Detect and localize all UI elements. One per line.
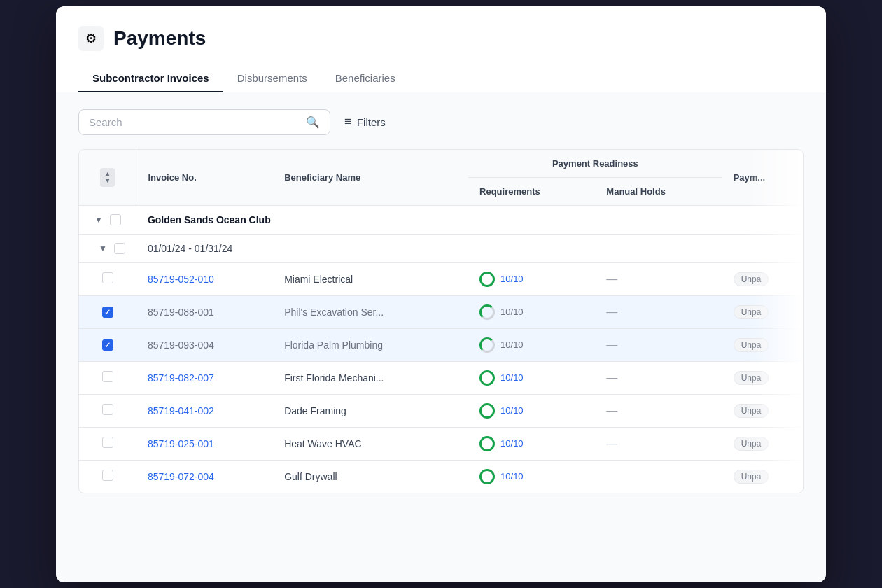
- status-badge-2: Unpa: [734, 305, 769, 319]
- readiness-1: 10/10: [479, 272, 584, 287]
- invoice-table: ▲ ▼ Invoice No. Beneficiary Name Payment…: [78, 149, 804, 493]
- col-beneficiary-name: Beneficiary Name: [273, 150, 468, 206]
- status-circle-2: [479, 304, 495, 320]
- gear-icon: ⚙: [78, 26, 104, 51]
- fraction-link-4[interactable]: 10/10: [500, 372, 524, 383]
- row-checkbox-1[interactable]: [102, 272, 113, 284]
- fraction-link-3[interactable]: 10/10: [500, 340, 524, 350]
- status-badge-5: Unpa: [734, 404, 769, 418]
- filter-icon: ≡: [344, 115, 351, 129]
- tab-beneficiaries[interactable]: Beneficiaries: [321, 65, 410, 92]
- invoice-link-2[interactable]: 85719-088-001: [148, 307, 214, 318]
- toolbar: 🔍 ≡ Filters: [78, 109, 804, 135]
- col-payment-status: Paym...: [722, 150, 803, 206]
- beneficiary-2: Phil's Excavation Ser...: [273, 295, 468, 328]
- row-checkbox-5[interactable]: [102, 404, 113, 415]
- invoice-link-3[interactable]: 85719-093-004: [148, 340, 214, 351]
- status-circle-7: [479, 469, 495, 484]
- col-manual-holds: Manual Holds: [595, 177, 722, 205]
- search-icon: 🔍: [306, 115, 320, 129]
- status-circle-4: [479, 370, 495, 386]
- status-circle-6: [479, 436, 495, 451]
- filters-button[interactable]: ≡ Filters: [342, 109, 388, 134]
- invoice-link-7[interactable]: 85719-072-004: [148, 471, 214, 482]
- invoice-link-1[interactable]: 85719-052-010: [148, 274, 214, 285]
- table-row-5: 85719-041-002 Dade Framing 10/10 — Unpa: [79, 394, 803, 427]
- beneficiary-3: Florida Palm Plumbing: [273, 328, 468, 361]
- manual-holds-1: —: [606, 273, 617, 285]
- table-row-6: 85719-025-001 Heat Wave HVAC 10/10 — Unp…: [79, 427, 803, 460]
- status-badge-3: Unpa: [734, 338, 769, 352]
- manual-holds-5: —: [606, 405, 617, 416]
- readiness-7: 10/10: [479, 469, 584, 484]
- col-requirements: Requirements: [468, 177, 595, 205]
- table: ▲ ▼ Invoice No. Beneficiary Name Payment…: [79, 150, 803, 493]
- sort-arrows[interactable]: ▲ ▼: [100, 168, 115, 187]
- main-content: 🔍 ≡ Filters ▲ ▼: [56, 92, 826, 582]
- header-top: ⚙ Payments: [78, 26, 804, 51]
- manual-holds-3: —: [606, 339, 617, 351]
- chevron-down-icon[interactable]: ▼: [94, 215, 103, 225]
- col-payment-readiness-group: Payment Readiness: [468, 150, 722, 178]
- status-circle-3: [479, 337, 495, 353]
- manual-holds-2: —: [606, 306, 617, 318]
- status-circle-5: [479, 403, 495, 419]
- chevron-down-icon-sub[interactable]: ▼: [99, 244, 107, 253]
- fraction-link-2[interactable]: 10/10: [500, 307, 524, 317]
- fraction-link-5[interactable]: 10/10: [500, 405, 524, 416]
- status-badge-7: Unpa: [734, 470, 769, 484]
- sub-group-date: 01/01/24 - 01/31/24: [136, 234, 803, 262]
- table-row: 85719-052-010 Miami Electrical 10/10 — U…: [79, 262, 803, 295]
- manual-holds-4: —: [606, 372, 617, 384]
- status-circle-1: [479, 272, 495, 287]
- readiness-6: 10/10: [479, 436, 584, 451]
- fraction-link-1[interactable]: 10/10: [500, 274, 524, 284]
- page-title: Payments: [113, 27, 206, 50]
- table-header-row-1: ▲ ▼ Invoice No. Beneficiary Name Payment…: [79, 150, 803, 178]
- row-checkbox-3[interactable]: [102, 340, 113, 351]
- main-window: ⚙ Payments Subcontractor Invoices Disbur…: [56, 6, 826, 582]
- beneficiary-7: Gulf Drywall: [273, 460, 468, 493]
- row-checkbox-4[interactable]: [102, 371, 113, 382]
- fraction-link-6[interactable]: 10/10: [500, 438, 524, 449]
- invoice-link-4[interactable]: 85719-082-007: [148, 372, 214, 384]
- status-badge-4: Unpa: [734, 371, 769, 385]
- readiness-5: 10/10: [479, 403, 584, 419]
- manual-holds-6: —: [606, 438, 617, 449]
- page-header: ⚙ Payments Subcontractor Invoices Disbur…: [56, 6, 826, 92]
- invoice-link-5[interactable]: 85719-041-002: [148, 405, 214, 416]
- tab-disbursements[interactable]: Disbursements: [223, 65, 321, 92]
- beneficiary-6: Heat Wave HVAC: [273, 427, 468, 460]
- row-checkbox-2[interactable]: [102, 307, 113, 318]
- table-row-7: 85719-072-004 Gulf Drywall 10/10 Unpa: [79, 460, 803, 493]
- fraction-link-7[interactable]: 10/10: [500, 471, 524, 482]
- status-badge-1: Unpa: [734, 272, 769, 286]
- beneficiary-1: Miami Electrical: [273, 262, 468, 295]
- group-name: Golden Sands Ocean Club: [136, 205, 803, 234]
- table-row-4: 85719-082-007 First Florida Mechani... 1…: [79, 361, 803, 394]
- tab-subcontractor-invoices[interactable]: Subcontractor Invoices: [78, 65, 223, 92]
- group-row-golden-sands: ▼ Golden Sands Ocean Club: [79, 205, 803, 234]
- readiness-4: 10/10: [479, 370, 584, 386]
- subgroup-checkbox[interactable]: [114, 243, 125, 254]
- table-row-selected-2: 85719-093-004 Florida Palm Plumbing 10/1…: [79, 328, 803, 361]
- invoice-link-6[interactable]: 85719-025-001: [148, 438, 214, 449]
- table-row-selected: 85719-088-001 Phil's Excavation Ser... 1…: [79, 295, 803, 328]
- sub-group-row: ▼ 01/01/24 - 01/31/24: [79, 234, 803, 262]
- search-box: 🔍: [78, 109, 330, 135]
- col-invoice-no: Invoice No.: [136, 150, 273, 206]
- row-checkbox-6[interactable]: [102, 437, 113, 448]
- search-input[interactable]: [89, 116, 299, 128]
- beneficiary-4: First Florida Mechani...: [273, 361, 468, 394]
- readiness-3: 10/10: [479, 337, 584, 353]
- status-badge-6: Unpa: [734, 437, 769, 451]
- tab-bar: Subcontractor Invoices Disbursements Ben…: [78, 65, 804, 92]
- table-body: ▼ Golden Sands Ocean Club ▼: [79, 205, 803, 493]
- readiness-2: 10/10: [479, 304, 584, 320]
- group-checkbox[interactable]: [110, 214, 121, 225]
- beneficiary-5: Dade Framing: [273, 394, 468, 427]
- row-checkbox-7[interactable]: [102, 470, 113, 481]
